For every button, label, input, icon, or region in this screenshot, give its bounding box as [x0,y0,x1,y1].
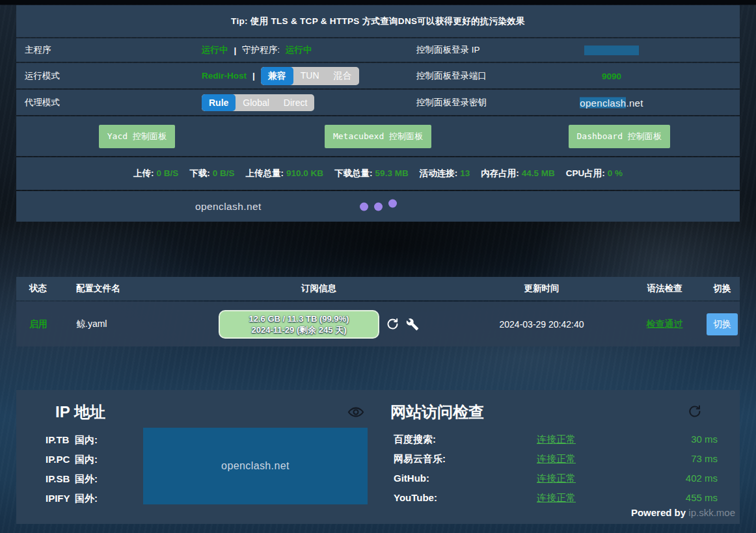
run-mode-option-tun[interactable]: TUN [293,67,327,85]
stat-download: 下载:0 B/S [189,168,234,179]
site-status-link[interactable]: 连接正常 [537,473,576,485]
panel-port-value: 9090 [530,71,693,81]
loading-dots [16,202,740,211]
openclash-status-page: Tip: 使用 TLS & TCP & HTTPS 方式查询DNS可以获得更好的… [0,0,756,533]
run-mode-value: Redir-Host [202,71,247,81]
run-mode-switch-group: 兼容 TUN 混合 [261,67,359,85]
panel-secret-value: openclash.net [530,97,693,108]
panel-ip-label: 控制面板登录 IP [416,44,480,56]
edit-subscription-wrench-icon[interactable] [406,318,419,331]
powered-by-link[interactable]: ip.skk.moe [688,507,735,518]
ip-section-title: IP 地址 [55,402,105,422]
run-mode-label: 运行模式 [25,70,60,82]
ip-row-scope: 国内: [75,454,98,466]
panel-port-label: 控制面板登录端口 [416,70,487,82]
site-latency: 73 ms [691,453,718,464]
main-program-label: 主程序 [25,44,51,56]
profile-table-header: 状态 配置文件名 订阅信息 更新时间 语法检查 切换 [16,277,740,300]
profile-filename: 鲸.yaml [68,302,179,346]
powered-by: Powered by ip.skk.moe [631,507,735,518]
header-switch: 切换 [705,277,740,300]
profile-status: 启用 [16,302,68,346]
row-proxy-mode: 代理模式 Rule Global Direct 控制面板登录密钥 opencla… [16,90,740,115]
proxy-mode-option-global[interactable]: Global [236,94,276,111]
site-check-section-title: 网站访问检查 [390,402,484,422]
ip-values-watermark-overlay: openclash.net [143,428,368,504]
header-syntax: 语法检查 [625,277,705,300]
stat-upload-total: 上传总量:910.0 KB [246,168,324,179]
syntax-check-link[interactable]: 检查通过 [647,318,683,330]
subscription-info-badge[interactable]: 12.6 GB / 11.3 TB (99.9%) 2024-11-29 (剩余… [219,310,379,339]
loading-dot [388,199,397,207]
loading-dot [374,202,383,211]
daemon-label: 守护程序: [242,44,280,56]
ip-row-scope: 国外: [75,493,98,505]
ip-row-scope: 国内: [75,434,98,447]
refresh-subscription-icon[interactable] [386,317,399,331]
ip-row-name: IP.SB [46,473,70,484]
dashboard-dashboard-button[interactable]: Dashboard 控制面板 [569,125,670,148]
stat-cpu: CPU占用:0 % [566,168,623,179]
row-run-mode: 运行模式 Redir-Host | 兼容 TUN 混合 控制面板登录端口 909… [16,63,740,88]
row-main-program: 主程序 运行中 | 守护程序: 运行中 控制面板登录 IP [16,38,740,62]
profile-updated-time: 2024-03-29 20:42:40 [459,302,625,346]
dashboard-buttons-row: Yacd 控制面板 Metacubexd 控制面板 Dashboard 控制面板 [16,116,740,156]
recheck-sites-refresh-icon[interactable] [686,403,703,422]
site-latency: 455 ms [686,492,718,503]
site-status-link[interactable]: 连接正常 [537,434,576,446]
panel-secret-label: 控制面板登录密钥 [416,97,487,109]
watermark-text: openclash.net [221,460,290,472]
proxy-mode-option-direct[interactable]: Direct [277,94,315,111]
site-status-link[interactable]: 连接正常 [537,492,576,504]
proxy-mode-option-rule[interactable]: Rule [202,94,236,111]
profile-table-row: 启用 鲸.yaml 12.6 GB / 11.3 TB (99.9%) 2024… [16,302,740,346]
stat-download-total: 下载总量:59.3 MB [334,168,409,179]
ip-row-name: IP.TB [46,434,69,445]
ip-row-scope: 国外: [75,473,98,486]
header-updated: 更新时间 [459,277,625,300]
site-name: 网易云音乐: [394,453,446,465]
site-name: 百度搜索: [394,434,436,446]
run-mode-option-compatible[interactable]: 兼容 [261,67,293,85]
site-name: YouTube: [394,492,437,503]
stat-memory: 内存占用:44.5 MB [481,168,555,179]
loading-row: openclash.net [16,191,740,222]
site-latency: 402 ms [686,473,718,484]
proxy-mode-label: 代理模式 [25,97,60,109]
header-filename: 配置文件名 [68,277,179,300]
header-status: 状态 [16,277,68,300]
traffic-stats-row: 上传:0 B/S 下载:0 B/S 上传总量:910.0 KB 下载总量:59.… [16,157,740,190]
site-status-link[interactable]: 连接正常 [537,453,576,465]
header-subscription: 订阅信息 [179,277,459,300]
proxy-mode-switch-group: Rule Global Direct [202,94,314,111]
site-name: GitHub: [394,473,429,484]
run-mode-option-mixed[interactable]: 混合 [327,67,359,85]
tip-text: Tip: 使用 TLS & TCP & HTTPS 方式查询DNS可以获得更好的… [231,16,525,27]
metacubexd-dashboard-button[interactable]: Metacubexd 控制面板 [325,125,431,148]
daemon-status: 运行中 [286,44,312,56]
loading-dot [360,202,368,211]
ip-row-name: IPIFY [46,493,70,504]
main-program-status: 运行中 [202,44,228,56]
panel-ip-redacted-value [584,46,639,55]
yacd-dashboard-button[interactable]: Yacd 控制面板 [99,125,175,148]
dns-tip-banner: Tip: 使用 TLS & TCP & HTTPS 方式查询DNS可以获得更好的… [16,5,740,37]
separator: | [252,71,255,81]
site-latency: 30 ms [691,434,718,445]
bottom-info-panel: IP 地址 IP.TB 国内: IP.PC 国内: IP.SB 国外: IPIF… [16,390,740,524]
switch-profile-button[interactable]: 切换 [707,313,738,335]
stat-upload: 上传:0 B/S [133,168,178,179]
separator: | [234,46,237,55]
stat-active-connections: 活动连接:13 [420,168,470,179]
ip-row-name: IP.PC [46,454,70,465]
toggle-ip-visibility-eye-icon[interactable] [347,403,365,424]
